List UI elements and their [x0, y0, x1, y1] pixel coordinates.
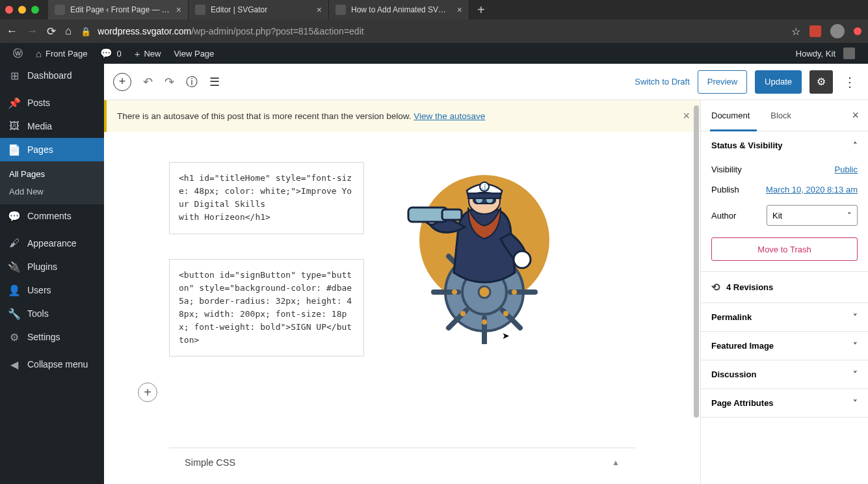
profile-avatar-icon[interactable]: [830, 24, 845, 38]
sidebar-item-plugins[interactable]: 🔌Plugins: [0, 255, 104, 278]
tab-block[interactable]: Block: [760, 100, 802, 131]
sidebar-item-label: Tools: [27, 308, 49, 319]
window-zoom-icon[interactable]: [31, 6, 39, 14]
tab-close-icon[interactable]: ×: [176, 5, 181, 15]
collapse-triangle-icon[interactable]: ▲: [612, 458, 620, 467]
block-navigation-button[interactable]: ☰: [209, 75, 220, 89]
lock-icon: 🔒: [81, 27, 91, 36]
dismiss-notice-button[interactable]: ×: [683, 109, 690, 123]
svg-point-19: [460, 311, 466, 316]
collapse-menu-button[interactable]: ◀Collapse menu: [0, 353, 104, 376]
author-select[interactable]: Kit ˅: [767, 205, 858, 226]
collapse-icon: ◀: [8, 358, 21, 371]
reload-button[interactable]: ⟳: [47, 25, 56, 38]
tab-title: How to Add Animated SVG to W: [351, 5, 452, 14]
publish-date-link[interactable]: March 10, 2020 8:13 am: [766, 185, 858, 195]
panel-revisions[interactable]: ⟲ 4 Revisions: [701, 272, 868, 303]
panel-header-permalink[interactable]: Permalink ˅: [701, 303, 868, 331]
submenu-add-new[interactable]: Add New: [0, 183, 104, 200]
panel-header-discussion[interactable]: Discussion ˅: [701, 360, 868, 388]
view-page-link[interactable]: View Page: [167, 43, 220, 64]
sidebar-item-label: Pages: [27, 144, 53, 155]
home-button[interactable]: ⌂: [65, 25, 72, 38]
sidebar-item-dashboard[interactable]: ⊞Dashboard: [0, 64, 104, 87]
wordpress-favicon-icon: [55, 5, 65, 15]
scrollbar-thumb[interactable]: [694, 105, 699, 418]
visibility-value-link[interactable]: Public: [835, 165, 858, 174]
simple-css-metabox[interactable]: Simple CSS ▲: [169, 448, 635, 477]
editor-canvas[interactable]: <h1 id="titleHome" style="font-size: 48p…: [104, 132, 700, 484]
sidebar-item-tools[interactable]: 🔧Tools: [0, 302, 104, 325]
simple-css-title: Simple CSS: [185, 457, 235, 468]
captain-illustration[interactable]: ⚓: [403, 162, 553, 344]
submenu-all-pages[interactable]: All Pages: [0, 165, 104, 183]
back-button[interactable]: ←: [7, 25, 18, 38]
tab-document[interactable]: Document: [701, 100, 760, 131]
svg-point-14: [452, 289, 457, 295]
panel-header-page-attrs[interactable]: Page Attributes ˅: [701, 389, 868, 417]
sidebar-item-settings[interactable]: ⚙Settings: [0, 325, 104, 349]
url-host: wordpress.svgator.com: [98, 26, 191, 36]
sidebar-item-label: Dashboard: [27, 70, 72, 81]
html-block-2[interactable]: <button id="signButton" type="button" st…: [169, 259, 364, 357]
account-menu[interactable]: Howdy, Kit: [789, 43, 861, 64]
site-name-menu[interactable]: ⌂Front Page: [29, 43, 94, 64]
sidebar-item-media[interactable]: 🖼Media: [0, 114, 104, 138]
window-close-icon[interactable]: [5, 6, 13, 14]
content-info-button[interactable]: ⓘ: [186, 74, 198, 90]
redo-button[interactable]: ↷: [164, 75, 174, 89]
panel-header-status[interactable]: Status & Visibility ˄: [701, 131, 868, 159]
panel-header-featured[interactable]: Featured Image ˅: [701, 332, 868, 360]
undo-button[interactable]: ↶: [143, 75, 153, 89]
add-block-below-button[interactable]: +: [138, 383, 157, 402]
browser-tab-3[interactable]: How to Add Animated SVG to W ×: [329, 0, 469, 20]
view-autosave-link[interactable]: View the autosave: [414, 111, 485, 121]
window-minimize-icon[interactable]: [18, 6, 26, 14]
row-author: Author Kit ˅: [711, 200, 858, 231]
update-button[interactable]: Update: [755, 70, 802, 94]
sidebar-item-pages[interactable]: 📄Pages: [0, 138, 104, 161]
sidebar-item-appearance[interactable]: 🖌Appearance: [0, 232, 104, 255]
move-to-trash-button[interactable]: Move to Trash: [711, 237, 858, 261]
bookmark-star-icon[interactable]: ☆: [791, 25, 800, 38]
panel-discussion: Discussion ˅: [701, 360, 868, 389]
settings-tabs: Document Block ×: [701, 100, 868, 131]
forward-button[interactable]: →: [27, 25, 38, 38]
sidebar-item-posts[interactable]: 📌Posts: [0, 91, 104, 114]
tab-close-icon[interactable]: ×: [457, 5, 462, 15]
new-content-menu[interactable]: +New: [128, 43, 168, 64]
settings-sidebar: Document Block × Status & Visibility ˄ V…: [700, 100, 868, 484]
browser-tab-1[interactable]: Edit Page ‹ Front Page — WordP ×: [48, 0, 189, 20]
extension-icon[interactable]: [809, 25, 821, 37]
admin-sidebar: ⊞Dashboard 📌Posts 🖼Media 📄Pages All Page…: [0, 64, 104, 484]
new-tab-button[interactable]: +: [469, 0, 493, 20]
wordpress-logo-icon: ⓦ: [13, 47, 23, 60]
comments-menu[interactable]: 💬0: [94, 43, 127, 64]
tab-close-icon[interactable]: ×: [317, 5, 322, 15]
recording-indicator-icon[interactable]: [854, 27, 861, 35]
browser-tab-2[interactable]: Editor | SVGator ×: [189, 0, 329, 20]
preview-button[interactable]: Preview: [698, 70, 747, 94]
sidebar-item-comments[interactable]: 💬Comments: [0, 204, 104, 228]
add-block-button[interactable]: +: [113, 73, 131, 91]
vertical-scrollbar[interactable]: [691, 100, 700, 484]
address-bar[interactable]: 🔒 wordpress.svgator.com/wp-admin/post.ph…: [81, 26, 782, 36]
revisions-label: 4 Revisions: [726, 282, 773, 292]
block-editor: + ↶ ↷ ⓘ ☰ Switch to Draft Preview Update…: [104, 64, 868, 484]
html-block-1[interactable]: <h1 id="titleHome" style="font-size: 48p…: [169, 162, 364, 234]
editor-toolbar: + ↶ ↷ ⓘ ☰ Switch to Draft Preview Update…: [104, 64, 868, 100]
sidebar-item-users[interactable]: 👤Users: [0, 278, 104, 302]
plug-icon: 🔌: [8, 261, 21, 273]
settings-toggle-button[interactable]: ⚙: [809, 70, 833, 94]
switch-to-draft-button[interactable]: Switch to Draft: [635, 77, 690, 87]
tab-title: Edit Page ‹ Front Page — WordP: [70, 5, 171, 14]
chevron-up-icon: ˄: [853, 141, 858, 150]
editor-canvas-scroll[interactable]: There is an autosave of this post that i…: [104, 100, 700, 484]
sliders-icon: ⚙: [8, 331, 21, 343]
tab-title: Editor | SVGator: [211, 5, 311, 14]
close-settings-button[interactable]: ×: [843, 109, 868, 122]
sidebar-item-label: Collapse menu: [27, 359, 88, 370]
more-options-button[interactable]: ⋮: [841, 74, 859, 90]
comments-count: 0: [116, 49, 121, 59]
wp-logo-menu[interactable]: ⓦ: [7, 43, 29, 64]
